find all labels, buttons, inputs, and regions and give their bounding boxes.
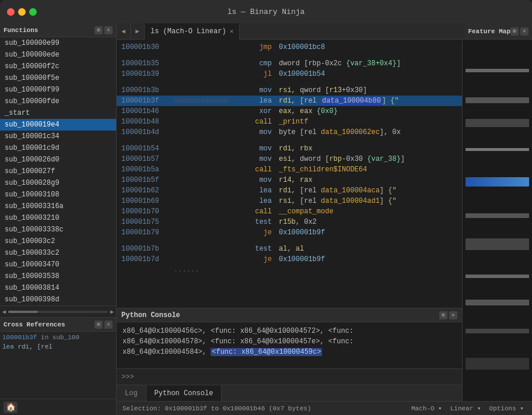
function-item[interactable]: sub_1000026d0 [0,154,116,166]
tab-log[interactable]: Log [117,385,146,402]
feature-map-resize-icon[interactable]: ⊞ [510,27,519,36]
function-item[interactable]: sub_10000398d [0,294,116,305]
disasm-row[interactable]: 100001b62 lea rdi, [rel data_100004aca] … [117,185,462,196]
status-selection-text: Selection: 0x100001b3f to 0x100001b46 (0… [123,405,311,412]
feature-map-bar [466,213,529,218]
sidebar: Functions ⊞ ✕ sub_100000e99 sub_100000ed… [0,23,117,415]
disasm-operands: 0x100001b9f [279,228,457,237]
function-item[interactable]: _start [0,107,116,119]
functions-resize-icon[interactable]: ⊞ [94,26,103,34]
function-item[interactable]: sub_100003814 [0,282,116,294]
feature-map-bar [466,275,529,278]
arch-button[interactable]: Mach-O ▾ [409,405,444,412]
function-item[interactable]: sub_100000e99 [0,37,116,49]
function-item[interactable]: sub_100001c9d [0,142,116,154]
feature-map-close-icon[interactable]: ✕ [520,27,528,36]
function-item[interactable]: sub_1000028g9 [0,177,116,189]
tab-python-console[interactable]: Python Console [146,385,222,402]
home-button[interactable]: 🏠 [4,402,18,413]
function-item[interactable]: sub_100000ede [0,49,116,61]
disasm-row-selected[interactable]: 100001b3f 488d3d3a300000 lea rdi, [rel d… [117,96,462,106]
maximize-button[interactable] [29,8,37,16]
function-item[interactable]: sub_100003316a [0,201,116,212]
close-button[interactable] [7,8,15,16]
disasm-row[interactable]: 100001b4d mov byte [rel data_1000062ec],… [117,127,462,138]
function-item[interactable]: sub_1000033c2 [0,247,116,259]
disasm-operands: rdi, [rel data_100004b80] {" [279,97,457,105]
cross-ref-address: 100001b3f [2,334,37,341]
function-item[interactable]: sub_100003108 [0,189,116,201]
function-item[interactable]: sub_100003338c [0,224,116,235]
disasm-row[interactable]: 100001b69 lea rsi, [rel data_100004ad1] … [117,196,462,206]
disasm-row[interactable]: 100001b54 mov rdi, rbx [117,143,462,154]
disasm-operands: _fts_children$INODE64 [279,166,457,174]
feature-map-bar [466,300,529,305]
disasm-mnemonic: je [244,255,279,263]
disasm-row[interactable]: 100001b7b test al, al [117,244,462,254]
disasm-row[interactable]: 100001b75 test r15b, 0x2 [117,217,462,227]
disasm-operands: 0x100001b9f [279,255,457,263]
function-item-highlighted[interactable]: sub_1000019e4 [0,119,116,131]
cross-ref-resize-icon[interactable]: ⊞ [94,321,103,329]
disasm-row[interactable]: 100001b7d je 0x100001b9f [117,254,462,265]
disasm-address: 100001b48 [121,118,174,126]
function-item[interactable]: sub_100003470 [0,259,116,270]
disasm-row[interactable]: 100001b5f mov r14, rax [117,175,462,185]
scroll-right-icon[interactable]: ▶ [110,308,114,315]
cross-ref-mnemonic: lea [2,343,14,350]
bottom-tabs: Log Python Console [117,385,462,401]
disasm-scroll[interactable]: 100001b30 jmp 0x100001bc8 100001b35 cmp … [117,40,462,308]
cross-references-section: Cross References ⊞ ✕ 100001b3f in sub_10… [0,317,116,399]
view-button[interactable]: Linear ▾ [448,405,484,412]
console-input[interactable] [138,373,457,381]
disasm-empty-row [117,138,462,143]
disasm-row[interactable]: 100001b57 mov esi, dword [rbp-0x30 {var_… [117,154,462,164]
tab-python-console-label: Python Console [155,389,214,398]
disasm-address: 100001b5a [121,166,174,174]
function-item[interactable]: sub_100000f2c [0,61,116,72]
disasm-row[interactable]: 100001b70 call __compat_mode [117,206,462,217]
tab-back-button[interactable]: ◀ [117,23,131,40]
functions-title: Functions [4,27,38,34]
disasm-row[interactable]: 100001b35 cmp dword [rbp-0x2c {var_38+0x… [117,58,462,69]
minimize-button[interactable] [18,8,26,16]
function-item[interactable]: sub_100000f99 [0,84,116,96]
disasm-operands: 0x100001b54 [279,70,457,78]
disasm-row[interactable]: 100001b48 call _printf [117,117,462,127]
disasm-row[interactable]: 100001b79 je 0x100001b9f [117,227,462,238]
sidebar-scroll: ◀ ▶ [0,305,116,317]
disasm-row[interactable]: 100001b5a call _fts_children$INODE64 [117,164,462,175]
disasm-operands: byte [rel data_1000062ec], 0x [279,128,457,136]
scroll-left-icon[interactable]: ◀ [2,308,6,315]
console-resize-icon[interactable]: ⊞ [439,311,447,319]
cross-ref-item[interactable]: lea rdi, [rel [2,342,114,351]
function-item[interactable]: sub_100003538 [0,270,116,282]
functions-list[interactable]: sub_100000e99 sub_100000ede sub_100000f2… [0,37,116,305]
disasm-mnemonic: mov [244,155,279,163]
disasm-row[interactable]: 100001b39 jl 0x100001b54 [117,69,462,79]
function-item[interactable]: sub_100000fde [0,96,116,107]
disasm-row[interactable]: 100001b3b mov rsi, qword [r13+0x30] [117,85,462,96]
function-item[interactable]: sub_100003210 [0,212,116,224]
main-tab[interactable]: ls (Mach-O Linear) ✕ [145,23,240,40]
disasm-row[interactable]: 100001b30 jmp 0x100001bc8 [117,42,462,52]
feature-map-panel [462,40,532,401]
function-item[interactable]: sub_100000f5e [0,72,116,84]
cross-ref-close-icon[interactable]: ✕ [104,321,113,329]
cross-ref-item[interactable]: 100001b3f in sub_100 [2,333,114,342]
disasm-mnemonic: test [244,218,279,226]
options-button[interactable]: Options ▾ [487,405,526,412]
feature-map-bar [466,69,529,72]
function-item[interactable]: sub_100001c34 [0,131,116,142]
functions-close-icon[interactable]: ✕ [104,26,113,34]
function-item[interactable]: sub_100003c2 [0,235,116,247]
tab-forward-button[interactable]: ▶ [131,23,145,40]
function-item[interactable]: sub_1000027f [0,166,116,177]
bottom-left-nav: 🏠 [0,399,116,415]
tab-close-icon[interactable]: ✕ [230,27,234,35]
cross-ref-context: in sub_100 [41,334,79,341]
console-close-icon[interactable]: ✕ [449,311,457,319]
disasm-row[interactable]: 100001b46 xor eax, eax {0x0} [117,106,462,117]
disasm-mnemonic: jl [244,70,279,78]
feature-map-icons: ⊞ ✕ [510,27,528,36]
